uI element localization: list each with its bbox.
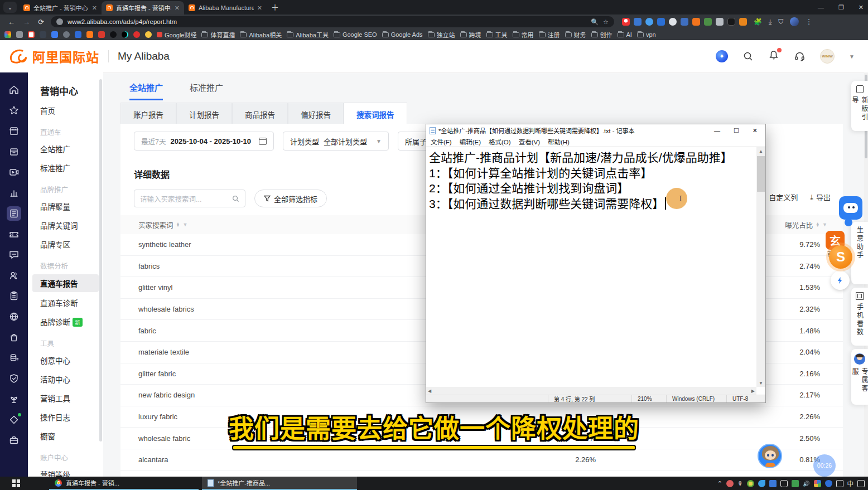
headset-icon[interactable] <box>794 51 806 62</box>
tab-account-report[interactable]: 账户报告 <box>120 103 176 125</box>
close-window-icon[interactable]: ✕ <box>753 127 758 134</box>
extension-icon[interactable] <box>669 18 677 26</box>
sidebar-item-showcase[interactable]: 橱窗 <box>28 426 103 445</box>
bookmark-favicon[interactable] <box>16 31 23 38</box>
taskbar-notepad-task[interactable]: *全站推广-推商品... <box>202 477 357 490</box>
sidebar-item-marketing-level[interactable]: 营销等级 <box>28 465 103 477</box>
tab-plan-report[interactable]: 计划报告 <box>176 103 232 125</box>
bookmark-folder[interactable]: vpn <box>637 31 656 38</box>
minimize-window-icon[interactable]: — <box>818 4 824 11</box>
tray-app-icon[interactable] <box>758 480 765 487</box>
browser-tab-3[interactable]: Alibaba Manufacturer Directo ✕ <box>184 1 267 14</box>
extensions-puzzle-icon[interactable]: 🧩 <box>754 18 762 26</box>
coins-icon[interactable] <box>7 351 21 365</box>
profile-avatar[interactable] <box>790 17 799 26</box>
globe-icon[interactable] <box>7 309 21 324</box>
bookmark-favicon[interactable] <box>133 31 140 38</box>
sidebar-scrollbar[interactable] <box>99 79 102 442</box>
scroll-down-icon[interactable]: ▼ <box>756 379 765 387</box>
close-window-icon[interactable]: ✕ <box>859 4 864 11</box>
bookmark-favicon[interactable] <box>40 31 46 38</box>
contacts-icon[interactable] <box>7 268 21 283</box>
extension-icon[interactable] <box>634 18 642 26</box>
bookmark-folder[interactable]: 常用 <box>513 30 534 39</box>
forward-icon[interactable]: → <box>23 18 30 26</box>
bookmark-favicon[interactable] <box>63 31 70 38</box>
downloads-icon[interactable]: ⤓ <box>769 18 771 26</box>
tray-app-icon[interactable] <box>792 480 799 487</box>
bookmark-favicon[interactable] <box>75 31 81 38</box>
extension-icon[interactable] <box>622 18 630 26</box>
bookmark-favicon[interactable] <box>98 31 105 38</box>
business-assistant-tab[interactable]: 生意助手 <box>851 222 868 284</box>
menu-edit[interactable]: 编辑(E) <box>460 137 481 146</box>
sidebar-item-creative-center[interactable]: 创意中心 <box>28 351 103 370</box>
recording-timer-bubble[interactable]: 00:26 <box>813 454 836 477</box>
tray-expand-icon[interactable]: ⌃ <box>717 480 722 487</box>
scrollbar-thumb[interactable] <box>757 156 765 192</box>
extension-icon[interactable] <box>681 18 688 26</box>
bookmark-folder[interactable]: 财务 <box>565 30 586 39</box>
scroll-up-icon[interactable]: ▲ <box>756 147 765 155</box>
sidebar-item-brand-keywords[interactable]: 品牌关键词 <box>28 216 103 235</box>
tab-product-report[interactable]: 商品报告 <box>232 103 288 125</box>
restore-window-icon[interactable]: ❐ <box>838 4 844 11</box>
diamond-icon[interactable] <box>7 413 21 427</box>
notepad-titlebar[interactable]: *全站推广-推商品【如何通过数据判断哪些关键词需要降权】.txt - 记事本 —… <box>426 124 765 137</box>
assistant-robot-icon[interactable] <box>839 196 862 220</box>
notepad-window[interactable]: *全站推广-推商品【如何通过数据判断哪些关键词需要降权】.txt - 记事本 —… <box>426 124 766 403</box>
quick-share-icon[interactable] <box>831 271 850 290</box>
scroll-left-icon[interactable]: ◀ <box>428 389 431 394</box>
dedicated-service-tab[interactable]: 专属客服 <box>851 349 868 405</box>
extension-icon[interactable] <box>692 18 700 26</box>
bookmark-favicon[interactable] <box>86 31 93 38</box>
volume-icon[interactable]: 🔊 <box>803 481 809 487</box>
user-avatar[interactable]: WINIW <box>820 49 835 64</box>
menu-kebab-icon[interactable]: ⋮ <box>806 18 812 26</box>
windows-security-icon[interactable] <box>814 480 821 487</box>
sort-icons[interactable]: ▲▼ <box>176 222 180 227</box>
bag-icon[interactable] <box>7 330 21 345</box>
ime-indicator[interactable]: 中 <box>847 479 854 488</box>
bookmark-favicon[interactable] <box>122 31 128 38</box>
tray-app-icon[interactable] <box>726 480 734 487</box>
extension-icon[interactable] <box>727 18 735 26</box>
bookmark-folder[interactable]: Google Ads <box>382 31 423 38</box>
bookmark-folder[interactable]: 跨境 <box>460 30 481 39</box>
ad-report-icon[interactable] <box>7 206 21 221</box>
chevron-down-icon[interactable]: ▼ <box>849 54 855 60</box>
keyword-search-input[interactable]: 请输入买家搜索词... <box>134 190 245 207</box>
new-tab-button[interactable]: ＋ <box>271 1 279 12</box>
bar-chart-icon[interactable] <box>7 186 21 200</box>
zoom-page-icon[interactable]: 🔍 <box>591 18 599 26</box>
scroll-right-icon[interactable]: ▶ <box>751 389 755 394</box>
bookmark-google-finance[interactable]: Google财经 <box>157 30 196 39</box>
alibaba-logo[interactable]: 阿里国际站 <box>9 47 99 66</box>
all-filter-metrics-button[interactable]: 全部筛选指标 <box>254 190 327 207</box>
video-icon[interactable] <box>7 165 21 179</box>
bookmark-folder[interactable]: AI <box>618 31 632 38</box>
bookmark-favicon[interactable] <box>4 31 11 38</box>
sidebar-item-p4p-diagnosis[interactable]: 直通车诊断 <box>28 293 103 312</box>
sidebar-item-home[interactable]: 首页 <box>28 101 103 120</box>
taskbar-chrome-task[interactable]: 直通车报告 - 营销... <box>49 477 199 490</box>
tab-sitewide-promotion[interactable]: 全站推广 <box>129 81 163 100</box>
extension-icon[interactable] <box>704 18 712 26</box>
skype-icon[interactable]: S <box>829 245 852 269</box>
browser-tab-2-active[interactable]: 直通车报告 - 营销中心 ✕ <box>102 1 184 14</box>
bookmark-folder[interactable]: Alibaba工具 <box>287 30 329 39</box>
battery-icon[interactable] <box>769 480 777 487</box>
bookmark-folder[interactable]: 注册 <box>539 30 560 39</box>
menu-format[interactable]: 格式(O) <box>489 137 511 146</box>
filter-funnel-icon[interactable]: ▼ <box>822 222 827 227</box>
close-tab-icon[interactable]: ✕ <box>257 4 262 12</box>
package-icon[interactable] <box>7 144 21 159</box>
sidebar-item-activity-center[interactable]: 活动中心 <box>28 370 103 389</box>
sort-icons[interactable]: ▲▼ <box>816 222 819 227</box>
bookmark-star-icon[interactable]: ☆ <box>603 18 609 26</box>
menu-view[interactable]: 查看(V) <box>519 137 540 146</box>
export-button[interactable]: ⤓导出 <box>810 192 831 202</box>
sidebar-item-sitewide[interactable]: 全站推广 <box>28 139 103 158</box>
search-icon[interactable] <box>742 51 754 62</box>
date-range-picker[interactable]: 最近7天 2025-10-04 - 2025-10-10 <box>134 132 274 151</box>
